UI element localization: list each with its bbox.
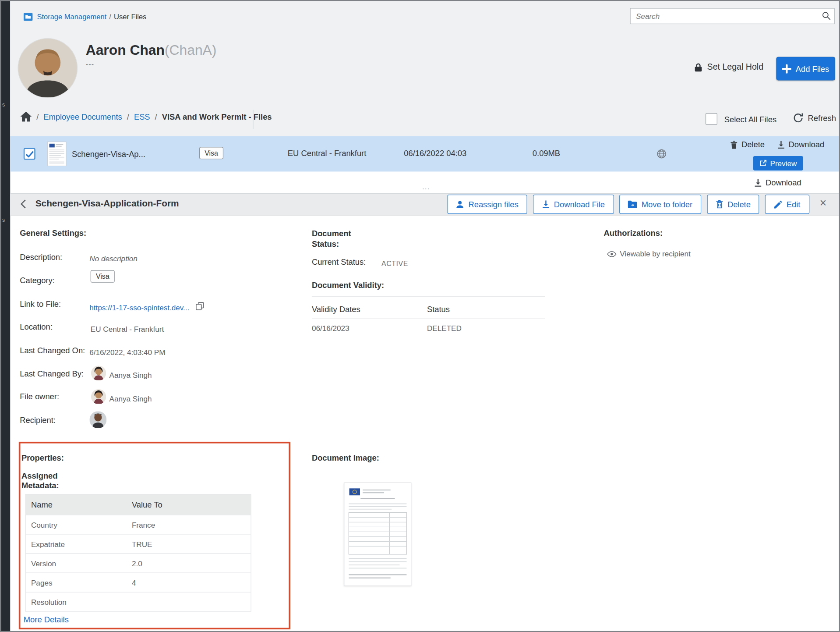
download-file-label: Download File	[554, 200, 605, 209]
breadcrumb-current-folder: VISA and Work Permit - Files	[162, 112, 272, 121]
add-files-label: Add Files	[796, 64, 829, 73]
pencil-icon	[774, 200, 782, 208]
validity-date-value: 06/16/2023	[312, 324, 349, 333]
document-validity-heading: Document Validity:	[312, 280, 384, 290]
location-label: Location:	[20, 322, 52, 331]
preview-button[interactable]: Preview	[753, 156, 803, 170]
viewable-by-recipient-label: Viewable by recipient	[620, 249, 691, 258]
close-icon[interactable]: ×	[819, 196, 826, 210]
metadata-row: Expatriate TRUE	[26, 534, 251, 553]
search-box	[630, 8, 834, 24]
back-chevron-icon[interactable]	[20, 199, 26, 211]
select-all-label: Select All Files	[724, 114, 776, 124]
assigned-metadata-heading: Assigned Metadata:	[21, 471, 67, 490]
file-download-button[interactable]: Download	[777, 140, 824, 149]
file-download-below-label: Download	[766, 178, 801, 187]
breadcrumb-divider	[253, 110, 253, 129]
download-icon	[754, 178, 762, 187]
description-label: Description:	[20, 252, 62, 262]
set-legal-hold-button[interactable]: Set Legal Hold	[694, 62, 763, 72]
link-to-file-label: Link to File:	[20, 299, 61, 309]
download-icon	[542, 200, 550, 209]
file-download-link-below[interactable]: Download	[754, 178, 801, 187]
user-full-name: Aaron Chan(ChanA)	[86, 42, 217, 58]
refresh-icon	[793, 113, 803, 123]
file-row-checkbox[interactable]	[24, 148, 35, 160]
changed-by-avatar	[91, 366, 106, 380]
current-status-value: ACTIVE	[381, 259, 408, 267]
category-badge: Visa	[199, 147, 223, 159]
validity-status-value: DELETED	[427, 324, 462, 333]
last-changed-by-value: Aanya Singh	[109, 371, 152, 380]
copy-link-icon[interactable]	[195, 302, 204, 312]
metadata-value-column-header: Value To	[132, 500, 251, 509]
search-icon[interactable]	[822, 11, 831, 23]
edit-button[interactable]: Edit	[765, 195, 810, 214]
refresh-button[interactable]: Refresh	[793, 113, 836, 123]
select-all-checkbox[interactable]	[706, 113, 717, 125]
metadata-name-column-header: Name	[26, 500, 132, 509]
trash-icon	[730, 140, 738, 149]
move-to-folder-button[interactable]: Move to folder	[619, 195, 701, 214]
last-changed-on-label: Last Changed On:	[20, 346, 85, 355]
file-delete-button[interactable]: Delete	[730, 140, 765, 149]
metadata-value: TRUE	[132, 540, 251, 548]
delete-label: Delete	[727, 200, 751, 209]
location-value: EU Central - Frankfurt	[91, 325, 164, 334]
last-changed-on-value: 6/16/2022, 4:03:40 PM	[89, 348, 165, 357]
metadata-name: Expatriate	[26, 540, 132, 548]
breadcrumb-separator: /	[109, 13, 111, 21]
metadata-value: France	[132, 520, 251, 529]
reassign-files-label: Reassign files	[468, 200, 518, 209]
metadata-name: Pages	[26, 578, 132, 587]
reassign-files-button[interactable]: Reassign files	[447, 195, 527, 214]
file-delete-label: Delete	[741, 140, 765, 149]
authorizations-heading: Authorizations:	[604, 228, 663, 238]
validity-dates-column-header: Validity Dates	[312, 305, 360, 314]
file-name[interactable]: Schengen-Visa-Ap...	[72, 149, 145, 159]
row-overflow-handle[interactable]: ...	[422, 182, 430, 191]
breadcrumb-employee-documents[interactable]: Employee Documents	[43, 112, 122, 121]
home-icon[interactable]	[20, 111, 32, 121]
validity-header-divider	[312, 319, 545, 319]
download-icon	[777, 140, 785, 149]
person-icon	[456, 200, 464, 208]
preview-label: Preview	[770, 159, 797, 168]
metadata-row: Version 2.0	[26, 553, 251, 572]
move-to-folder-label: Move to folder	[642, 200, 692, 209]
add-files-button[interactable]: Add Files	[776, 57, 835, 81]
current-status-label: Current Status:	[312, 257, 366, 266]
file-download-label: Download	[789, 140, 825, 149]
user-subtitle: ---	[86, 60, 95, 68]
metadata-name: Version	[26, 559, 132, 568]
search-input[interactable]	[630, 8, 834, 24]
edit-label: Edit	[787, 200, 801, 209]
file-owner-value: Aanya Singh	[109, 394, 152, 403]
last-changed-by-label: Last Changed By:	[20, 369, 84, 378]
external-link-icon	[759, 160, 766, 167]
file-link[interactable]: https://1-17-sso-spintest.dev...	[89, 303, 189, 312]
status-column-header: Status	[427, 305, 450, 314]
left-sidebar-edge: s s	[1, 1, 10, 631]
metadata-value: 4	[132, 578, 251, 587]
user-avatar	[18, 39, 78, 98]
metadata-row: Resolution	[26, 592, 251, 611]
sidebar-text-fragment: s	[2, 102, 5, 107]
trash-icon	[716, 200, 723, 209]
detail-title: Schengen-Visa-Application-Form	[35, 199, 179, 209]
sidebar-text-fragment: s	[2, 217, 5, 223]
file-thumbnail	[47, 142, 67, 166]
select-all-control: Select All Files	[706, 113, 776, 125]
download-file-button[interactable]: Download File	[533, 195, 614, 214]
metadata-name: Country	[26, 520, 132, 529]
document-image-thumbnail[interactable]	[344, 483, 411, 586]
metadata-name: Resolution	[26, 597, 132, 606]
file-owner-avatar	[91, 389, 106, 404]
file-location: EU Central - Frankfurt	[288, 149, 366, 158]
breadcrumb-storage-management[interactable]: Storage Management	[37, 13, 106, 21]
breadcrumb-user-files: User Files	[114, 13, 146, 21]
breadcrumb-ess[interactable]: ESS	[134, 112, 150, 121]
delete-button[interactable]: Delete	[707, 195, 759, 214]
more-details-link[interactable]: More Details	[24, 615, 69, 624]
metadata-value: 2.0	[132, 559, 251, 568]
